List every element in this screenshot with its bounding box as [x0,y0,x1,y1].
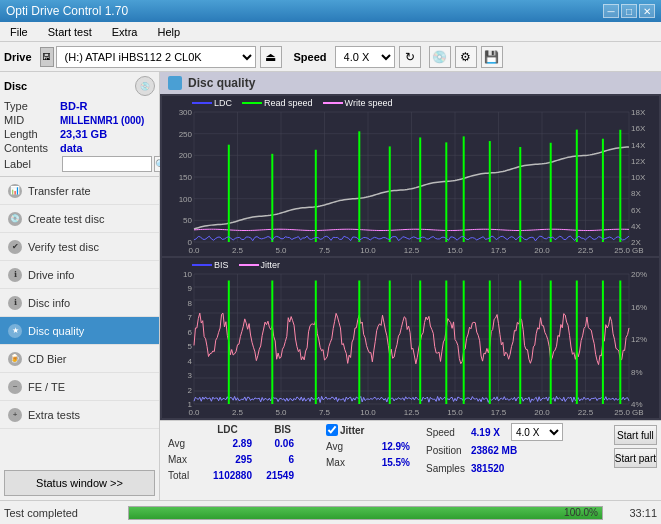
nav-extra-tests-label: Extra tests [28,409,80,421]
burn-button[interactable]: 💿 [429,46,451,68]
maximize-button[interactable]: □ [621,4,637,18]
samples-row: Samples 381520 [426,460,563,476]
save-button[interactable]: 💾 [481,46,503,68]
disc-mid-value: MILLENMR1 (000) [60,115,144,126]
disc-label-input[interactable] [62,156,152,172]
disc-contents-value: data [60,142,83,154]
jitter-title: Jitter [340,425,364,436]
title-bar: Opti Drive Control 1.70 ─ □ ✕ [0,0,661,22]
write-speed-legend-item: Write speed [323,98,393,108]
total-label: Total [168,470,200,481]
jitter-avg-val: 12.9% [358,441,410,452]
app-title: Opti Drive Control 1.70 [6,4,128,18]
jitter-section: Jitter Avg 12.9% Max 15.5% [310,421,410,470]
refresh-button[interactable]: ↻ [399,46,421,68]
main-area: Disc 💿 Type BD-R MID MILLENMR1 (000) Len… [0,72,661,500]
disc-mid-key: MID [4,114,60,126]
drive-label: Drive [4,51,32,63]
menu-start-test[interactable]: Start test [42,24,98,40]
speed-selector[interactable]: 4.0 X [335,46,395,68]
window-controls: ─ □ ✕ [603,4,655,18]
start-part-button[interactable]: Start part [614,448,657,468]
total-ldc: 1102880 [200,470,252,481]
progress-fill [129,507,602,519]
close-button[interactable]: ✕ [639,4,655,18]
nav-drive-info-label: Drive info [28,269,74,281]
position-lbl: Position [426,445,471,456]
nav-fe-te[interactable]: ~ FE / TE [0,373,159,401]
nav-create-test-disc[interactable]: 💿 Create test disc [0,205,159,233]
nav-cd-bier[interactable]: 🍺 CD Bier [0,345,159,373]
nav-extra-tests[interactable]: + Extra tests [0,401,159,429]
nav-disc-info[interactable]: ℹ Disc info [0,289,159,317]
jitter-max-row: Max 15.5% [326,454,410,470]
disc-section: Disc 💿 Type BD-R MID MILLENMR1 (000) Len… [0,72,159,177]
minimize-button[interactable]: ─ [603,4,619,18]
menu-help[interactable]: Help [151,24,186,40]
chart1-legend: LDC Read speed Write speed [192,98,392,108]
status-time: 33:11 [607,507,657,519]
avg-label: Avg [168,438,200,449]
disc-header: Disc 💿 [4,76,155,96]
position-val: 23862 MB [471,445,517,456]
eject-button[interactable]: ⏏ [260,46,282,68]
write-speed-legend-color [323,102,343,104]
nav-verify-test-disc[interactable]: ✔ Verify test disc [0,233,159,261]
nav-fe-te-label: FE / TE [28,381,65,393]
samples-lbl: Samples [426,463,471,474]
disc-contents-row: Contents data [4,142,155,154]
max-bis: 6 [252,454,294,465]
position-row: Position 23862 MB [426,442,563,458]
start-full-button[interactable]: Start full [614,425,657,445]
menu-extra[interactable]: Extra [106,24,144,40]
samples-val: 381520 [471,463,504,474]
settings-button[interactable]: ⚙ [455,46,477,68]
disc-type-row: Type BD-R [4,100,155,112]
ldc-col-header: LDC [200,424,255,435]
total-bis: 21549 [252,470,294,481]
drive-selector[interactable]: (H:) ATAPI iHBS112 2 CL0K [56,46,256,68]
nav-transfer-rate[interactable]: 📊 Transfer rate [0,177,159,205]
jitter-avg-row: Avg 12.9% [326,438,410,454]
max-ldc: 295 [200,454,252,465]
speed-val: 4.19 X [471,427,511,438]
lower-chart: BIS Jitter [162,258,659,418]
max-label: Max [168,454,200,465]
progress-bar: 100.0% [128,506,603,520]
content-area: Disc quality LDC Read speed [160,72,661,500]
menu-file[interactable]: File [4,24,34,40]
cd-bier-icon: 🍺 [8,352,22,366]
max-row: Max 295 6 [168,451,310,467]
jitter-legend-color [239,264,259,266]
stats-area: LDC BIS Avg 2.89 0.06 Max 295 6 Total [160,420,661,500]
read-speed-legend-item: Read speed [242,98,313,108]
jitter-max-val: 15.5% [358,457,410,468]
drive-icon: 🖫 [40,47,54,67]
status-window-button[interactable]: Status window >> [4,470,155,496]
nav-items: 📊 Transfer rate 💿 Create test disc ✔ Ver… [0,177,159,466]
nav-drive-info[interactable]: ℹ Drive info [0,261,159,289]
ldc-legend-label: LDC [214,98,232,108]
nav-disc-quality[interactable]: ★ Disc quality [0,317,159,345]
stats-main: LDC BIS Avg 2.89 0.06 Max 295 6 Total [160,421,661,500]
spacer [168,424,200,435]
disc-mid-row: MID MILLENMR1 (000) [4,114,155,126]
ldc-legend-item: LDC [192,98,232,108]
avg-bis: 0.06 [252,438,294,449]
speed-lbl: Speed [426,427,471,438]
jitter-checkbox[interactable] [326,424,338,436]
total-row: Total 1102880 21549 [168,467,310,483]
jitter-header: Jitter [326,424,410,436]
disc-length-row: Length 23,31 GB [4,128,155,140]
write-speed-legend-label: Write speed [345,98,393,108]
start-buttons-section: Start full Start part [610,421,661,472]
speed-dropdown[interactable]: 4.0 X [511,423,563,441]
read-speed-legend-label: Read speed [264,98,313,108]
bis-col-header: BIS [255,424,310,435]
nav-disc-quality-label: Disc quality [28,325,84,337]
avg-ldc: 2.89 [200,438,252,449]
speed-row: Speed 4.19 X 4.0 X [426,424,563,440]
chart-title: Disc quality [188,76,255,90]
disc-label-row: Label 🔍 [4,156,155,172]
toolbar: Drive 🖫 (H:) ATAPI iHBS112 2 CL0K ⏏ Spee… [0,42,661,72]
